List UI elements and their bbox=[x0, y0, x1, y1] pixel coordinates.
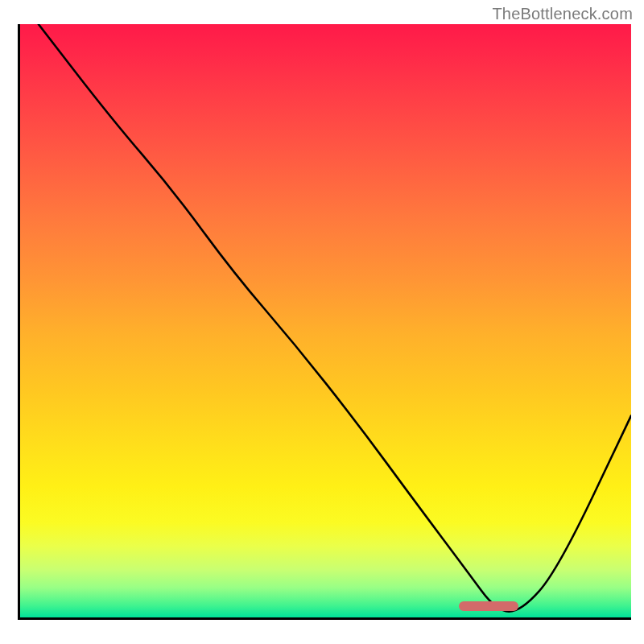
chart-area bbox=[18, 24, 631, 620]
chart-svg bbox=[20, 24, 631, 617]
bottleneck-curve bbox=[39, 24, 631, 612]
watermark-text: TheBottleneck.com bbox=[492, 5, 633, 23]
optimal-marker bbox=[459, 601, 518, 611]
